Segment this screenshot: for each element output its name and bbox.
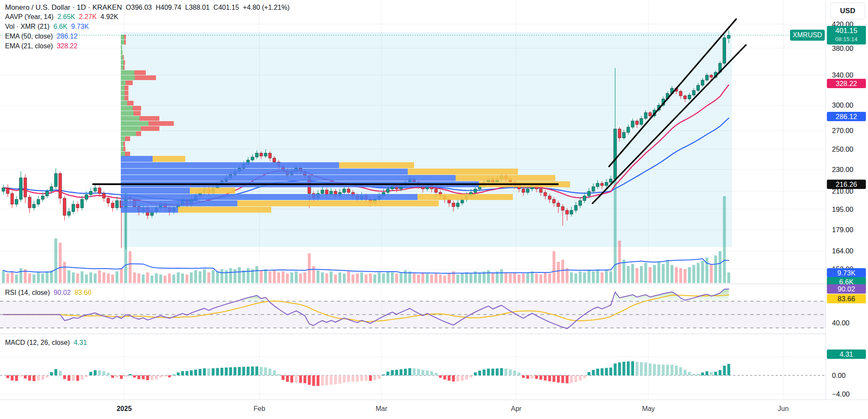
time-label-jun: Jun [768, 405, 798, 413]
ema50-axis-badge: 286.12 [827, 112, 866, 121]
time-label-feb: Feb [245, 405, 274, 413]
ema50-label: EMA (50, close) [5, 33, 53, 40]
aavp-label: AAVP (Year, 14) [5, 13, 53, 21]
rsi-axis-badge: 90.02 [827, 284, 866, 294]
legend-rsi-row[interactable]: RSI (14, close) 90.02 83.66 [5, 289, 92, 297]
legend-ema21-row[interactable]: EMA (21, close) 328.22 [5, 42, 78, 50]
price-axis-label: 179.00 [826, 225, 868, 234]
chart-app: Monero / U.S. Dollar · 1D · KRAKEN O396.… [0, 0, 868, 419]
volume-value: 6.6K [53, 23, 67, 31]
ohlc-low: L388.01 [185, 4, 210, 11]
legend-aavp-row[interactable]: AAVP (Year, 14) 2.65K 2.27K 4.92K [5, 13, 118, 21]
time-label-2025: 2025 [109, 405, 139, 413]
ohlc-high: H409.74 [156, 4, 181, 11]
currency-button[interactable]: USD [830, 3, 865, 19]
symbol-price-tag: XMRUSD [790, 30, 825, 41]
legend-ema50-row[interactable]: EMA (50, close) 286.12 [5, 33, 78, 40]
time-label-mar: Mar [367, 405, 396, 413]
legend-volume-row[interactable]: Vol · XMR (21) 6.6K 9.73K [5, 23, 89, 31]
macd-value: 4.31 [74, 339, 87, 347]
ohlc-change: +4.80 (+1.21%) [243, 4, 289, 11]
price-axis-label: 195.00 [826, 205, 868, 214]
price-axis-label: 300.00 [826, 101, 868, 109]
symbol-title: Monero / U.S. Dollar · 1D · KRAKEN [5, 3, 122, 12]
price-axis-label: 380.00 [826, 44, 868, 53]
last-price-value: 401.15 [827, 26, 866, 36]
volume-ma-value: 9.73K [71, 23, 89, 31]
rsi-value: 90.02 [54, 289, 71, 297]
aavp-up-value: 2.65K [57, 13, 75, 21]
last-price-badge: 401.15 08:15:14 [827, 26, 866, 44]
legend-symbol-row[interactable]: Monero / U.S. Dollar · 1D · KRAKEN O396.… [5, 3, 289, 12]
countdown-timer: 08:15:14 [827, 36, 866, 43]
ema21-axis-badge: 328.22 [827, 79, 866, 88]
macd-zero-label: 0.00 [826, 371, 868, 380]
level-axis-badge: 216.26 [827, 180, 866, 189]
ohlc-close: C401.15 [214, 4, 239, 11]
macd-axis-badge: 4.31 [827, 350, 866, 359]
price-axis-label: 164.00 [826, 247, 868, 255]
aavp-down-value: 2.27K [79, 13, 97, 21]
chart-canvas[interactable] [0, 0, 868, 419]
price-axis-label: 250.00 [826, 145, 868, 153]
ohlc-open: O396.03 [126, 4, 152, 11]
rsi-ma-axis-badge: 83.66 [827, 294, 866, 303]
ema50-value: 286.12 [57, 33, 78, 40]
macd-neg-label: −4.00 [826, 390, 868, 398]
rsi-level-label: 40.00 [826, 319, 868, 327]
ema21-label: EMA (21, close) [5, 42, 53, 50]
aavp-total-value: 4.92K [100, 13, 118, 21]
price-axis-label: 230.00 [826, 165, 868, 174]
ema21-value: 328.22 [57, 42, 78, 50]
volume-label: Vol · XMR (21) [5, 23, 50, 31]
price-axis-label: 340.00 [826, 71, 868, 79]
price-axis[interactable]: USD 420.00380.00340.00300.00270.00250.00… [826, 0, 868, 400]
time-label-may: May [634, 405, 663, 413]
time-axis[interactable]: 2025 Feb Mar Apr May Jun [0, 400, 868, 419]
macd-label: MACD (12, 26, close) [5, 339, 70, 347]
legend-macd-row[interactable]: MACD (12, 26, close) 4.31 [5, 339, 87, 347]
time-label-apr: Apr [501, 405, 531, 413]
rsi-label: RSI (14, close) [5, 289, 50, 297]
rsi-ma-value: 83.66 [75, 289, 92, 297]
price-axis-label: 270.00 [826, 126, 868, 135]
volume-ma-axis-badge: 9.73K [827, 268, 866, 277]
